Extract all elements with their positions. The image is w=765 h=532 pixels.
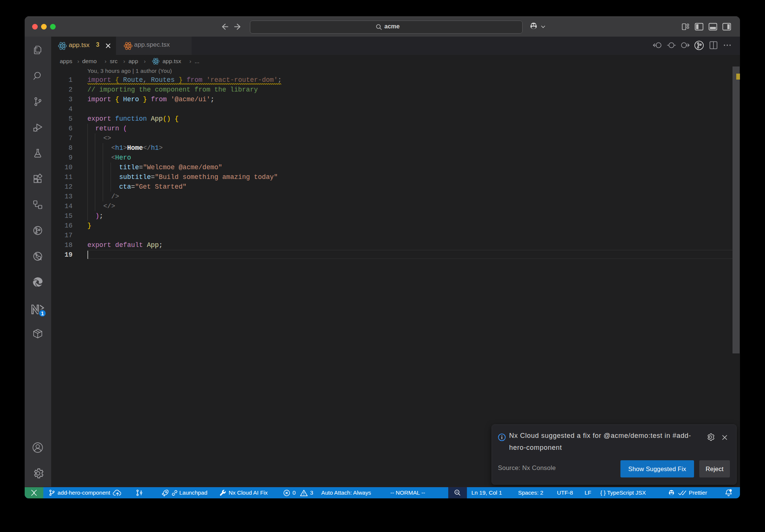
svg-text:1: 1 xyxy=(41,310,44,316)
